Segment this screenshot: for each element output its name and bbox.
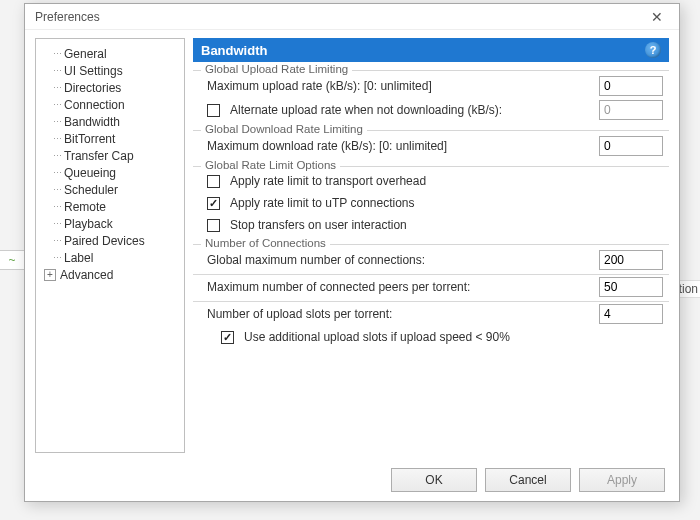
group-download-rate: Global Download Rate Limiting Maximum do… (193, 130, 669, 158)
utp-connections-label: Apply rate limit to uTP connections (230, 196, 663, 210)
tree-item-label: Paired Devices (64, 234, 145, 248)
max-peers-per-torrent-input[interactable] (599, 277, 663, 297)
tree-item-label-text: Label (64, 251, 93, 265)
tree-item-label: Directories (64, 81, 121, 95)
group-legend: Global Upload Rate Limiting (201, 63, 352, 75)
group-connections: Number of Connections Global maximum num… (193, 244, 669, 348)
cancel-button[interactable]: Cancel (485, 468, 571, 492)
group-legend: Global Download Rate Limiting (201, 123, 367, 135)
extra-upload-slots-label: Use additional upload slots if upload sp… (244, 330, 663, 344)
upload-slots-per-torrent-input[interactable] (599, 304, 663, 324)
apply-button[interactable]: Apply (579, 468, 665, 492)
tree-item-label: Scheduler (64, 183, 118, 197)
close-button[interactable]: ✕ (635, 4, 679, 30)
dialog-footer: OK Cancel Apply (25, 459, 679, 501)
tree-item-queueing[interactable]: ⋯Queueing (40, 164, 180, 181)
button-label: Cancel (509, 473, 546, 487)
tree-item-general[interactable]: ⋯General (40, 45, 180, 62)
tree-item-playback[interactable]: ⋯Playback (40, 215, 180, 232)
tree-item-directories[interactable]: ⋯Directories (40, 79, 180, 96)
max-upload-rate-input[interactable] (599, 76, 663, 96)
tree-item-scheduler[interactable]: ⋯Scheduler (40, 181, 180, 198)
group-rate-limit-options: Global Rate Limit Options Apply rate lim… (193, 166, 669, 236)
ok-button[interactable]: OK (391, 468, 477, 492)
stop-transfers-label: Stop transfers on user interaction (230, 218, 663, 232)
tree-item-advanced[interactable]: + Advanced (40, 266, 180, 283)
tree-item-connection[interactable]: ⋯Connection (40, 96, 180, 113)
alt-upload-rate-label: Alternate upload rate when not downloadi… (230, 103, 593, 117)
window-title: Preferences (35, 10, 100, 24)
button-label: Apply (607, 473, 637, 487)
settings-panel: Bandwidth ? Global Upload Rate Limiting … (193, 38, 669, 453)
max-download-rate-label: Maximum download rate (kB/s): [0: unlimi… (207, 139, 593, 153)
extra-upload-slots-checkbox[interactable] (221, 331, 234, 344)
global-max-connections-input[interactable] (599, 250, 663, 270)
tree-item-label: General (64, 47, 107, 61)
tree-item-label[interactable]: ⋯Label (40, 249, 180, 266)
category-tree[interactable]: ⋯General ⋯UI Settings ⋯Directories ⋯Conn… (35, 38, 185, 453)
tree-item-transfer-cap[interactable]: ⋯Transfer Cap (40, 147, 180, 164)
max-download-rate-input[interactable] (599, 136, 663, 156)
preferences-dialog: Preferences ✕ ⋯General ⋯UI Settings ⋯Dir… (24, 3, 680, 502)
panel-header: Bandwidth ? (193, 38, 669, 62)
tree-item-paired-devices[interactable]: ⋯Paired Devices (40, 232, 180, 249)
button-label: OK (425, 473, 442, 487)
alt-upload-rate-checkbox[interactable] (207, 104, 220, 117)
tree-item-bandwidth[interactable]: ⋯Bandwidth (40, 113, 180, 130)
background-graph-icon: ~ (0, 250, 24, 270)
close-icon: ✕ (651, 9, 663, 25)
tree-item-label: Bandwidth (64, 115, 120, 129)
tree-item-remote[interactable]: ⋯Remote (40, 198, 180, 215)
tree-item-label: Transfer Cap (64, 149, 134, 163)
alt-upload-rate-input (599, 100, 663, 120)
tree-item-bittorrent[interactable]: ⋯BitTorrent (40, 130, 180, 147)
tree-item-label: Advanced (60, 268, 113, 282)
group-legend: Global Rate Limit Options (201, 159, 340, 171)
tree-item-label: UI Settings (64, 64, 123, 78)
max-peers-per-torrent-label: Maximum number of connected peers per to… (207, 280, 593, 294)
global-max-connections-label: Global maximum number of connections: (207, 253, 593, 267)
tree-item-ui-settings[interactable]: ⋯UI Settings (40, 62, 180, 79)
group-upload-rate: Global Upload Rate Limiting Maximum uplo… (193, 70, 669, 122)
upload-slots-per-torrent-label: Number of upload slots per torrent: (207, 307, 593, 321)
help-icon[interactable]: ? (645, 42, 661, 58)
panel-title: Bandwidth (201, 43, 267, 58)
stop-transfers-checkbox[interactable] (207, 219, 220, 232)
transport-overhead-label: Apply rate limit to transport overhead (230, 174, 663, 188)
utp-connections-checkbox[interactable] (207, 197, 220, 210)
transport-overhead-checkbox[interactable] (207, 175, 220, 188)
group-legend: Number of Connections (201, 237, 330, 249)
titlebar: Preferences ✕ (25, 4, 679, 30)
tree-item-label: BitTorrent (64, 132, 115, 146)
tree-item-label: Playback (64, 217, 113, 231)
tree-item-label: Remote (64, 200, 106, 214)
tree-item-label: Queueing (64, 166, 116, 180)
tree-item-label: Connection (64, 98, 125, 112)
expand-icon[interactable]: + (44, 269, 56, 281)
max-upload-rate-label: Maximum upload rate (kB/s): [0: unlimite… (207, 79, 593, 93)
